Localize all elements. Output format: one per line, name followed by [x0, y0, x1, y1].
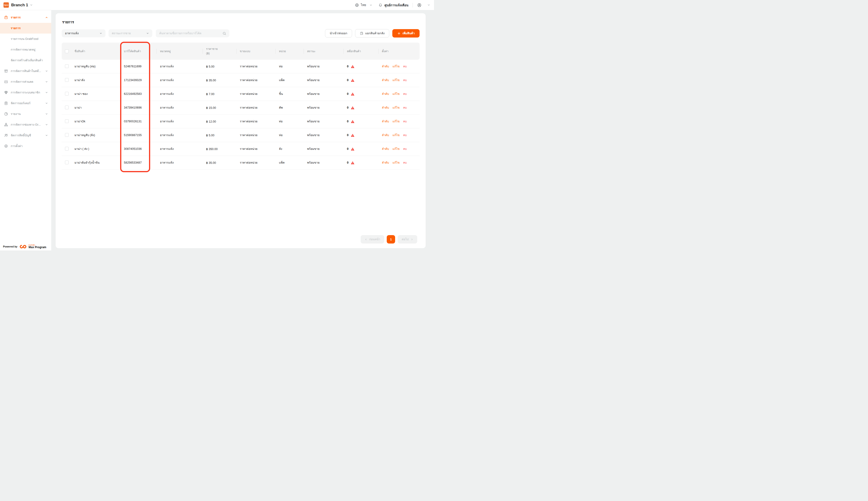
delete-link[interactable]: ลบ	[403, 78, 407, 83]
product-status: พร้อมขาย	[304, 92, 343, 96]
edit-link[interactable]: แก้ไข	[393, 92, 399, 96]
row-checkbox[interactable]	[65, 147, 69, 150]
product-barcode: 34739410696	[120, 106, 156, 109]
pie-chart-icon	[4, 112, 8, 116]
import-export-button[interactable]: นำเข้า/ส่งออก	[325, 29, 352, 38]
header-settings: ตั้งค่า	[378, 43, 420, 60]
sidebar-item-stock-management[interactable]: การจัดการสินค้าในสต๊...	[0, 66, 51, 76]
product-unit: ห่อ	[275, 133, 304, 138]
chevron-down-icon	[99, 32, 102, 35]
product-price: ฿ 5.00	[202, 134, 236, 137]
stock-count: 0	[347, 120, 349, 123]
sidebar-subitem-items[interactable]: รายการ	[0, 23, 51, 34]
row-checkbox[interactable]	[65, 64, 69, 68]
sidebar-subitem-grabfood-items[interactable]: รายการบน GrabFood	[0, 34, 51, 44]
stock-warning-icon	[351, 147, 355, 151]
avatar-icon	[417, 3, 422, 8]
next-page-label: ต่อไป	[402, 237, 409, 242]
sidebar-item-grab-channel-management[interactable]: การจัดการช่องทาง Gr...	[0, 119, 51, 130]
product-price: ฿ 12.00	[202, 120, 236, 123]
edit-link[interactable]: แก้ไข	[393, 78, 399, 83]
sidebar-item-membership-management[interactable]: การจัดการระบบสมาชิก	[0, 87, 51, 98]
inventory-icon	[4, 69, 8, 73]
delete-link[interactable]: ลบ	[403, 105, 407, 110]
category-filter-select[interactable]: อาหารแห้ง	[62, 29, 106, 37]
product-unit: คัพ	[275, 105, 304, 110]
order-link[interactable]: ลำดับ	[382, 133, 389, 138]
sidebar-item-label: การจัดการช่องทาง Gr...	[11, 122, 43, 127]
bell-icon	[378, 3, 383, 7]
delete-link[interactable]: ลบ	[403, 92, 407, 96]
row-checkbox[interactable]	[65, 92, 69, 96]
order-link[interactable]: ลำดับ	[382, 160, 389, 165]
stock-count: 0	[347, 92, 349, 96]
sidebar-item-reports[interactable]: รายงาน	[0, 109, 51, 119]
sidebar-item-discount-management[interactable]: การจัดการส่วนลด	[0, 76, 51, 87]
sidebar-item-products[interactable]: รายการ	[0, 12, 51, 23]
sidebar-item-account-permissions[interactable]: จัดการสิทธิ์บัญชี	[0, 130, 51, 141]
sidebar-item-label: รายการ	[11, 15, 43, 20]
sidebar-item-settings[interactable]: การตั้งค่า	[0, 141, 51, 151]
notification-center[interactable]: ศูนย์การแจ้งเตือน	[378, 2, 408, 8]
stock-warning-icon	[351, 106, 355, 110]
product-price: ฿ 35.00	[202, 78, 236, 82]
order-link[interactable]: ลำดับ	[382, 105, 389, 110]
current-page-button[interactable]: 1	[387, 235, 395, 244]
product-unit: ท่อ	[275, 119, 304, 124]
product-price: ฿ 350.00	[202, 147, 236, 151]
order-link[interactable]: ลำดับ	[382, 78, 389, 83]
sidebar-item-label: การจัดการระบบสมาชิก	[11, 90, 43, 95]
prev-page-button[interactable]: ก่อนหน้า	[361, 235, 384, 244]
product-name: มาม่า ( ส่ง )	[71, 147, 120, 151]
product-name: มาม่าหมูสับ (ห่อ)	[71, 64, 120, 69]
product-barcode: 62216492583	[120, 92, 156, 96]
account-menu[interactable]	[417, 3, 430, 8]
row-checkbox[interactable]	[65, 119, 69, 123]
stock-warning-icon	[351, 92, 355, 96]
split-stock-button[interactable]: แยกสินค้ายกลัง	[355, 29, 389, 38]
order-link[interactable]: ลำดับ	[382, 92, 389, 96]
edit-link[interactable]: แก้ไข	[393, 160, 399, 165]
edit-link[interactable]: แก้ไข	[393, 133, 399, 138]
sidebar-item-order-management[interactable]: จัดการออร์เดอร์	[0, 98, 51, 109]
product-name: มาม่า	[71, 105, 120, 110]
order-link[interactable]: ลำดับ	[382, 119, 389, 124]
language-label: ไทย	[361, 2, 366, 8]
delete-link[interactable]: ลบ	[403, 133, 407, 138]
topbar: Gpos Branch 1 ไทย ศูนย์การแจ้งเตือน	[0, 0, 434, 10]
search-box	[156, 29, 229, 37]
delete-link[interactable]: ลบ	[403, 160, 407, 165]
sidebar-subitem-product-options[interactable]: จัดการสร้างตัวเลือกสินค้า	[0, 55, 51, 66]
row-checkbox[interactable]	[65, 106, 69, 109]
add-product-button[interactable]: เพิ่มสินค้า	[392, 29, 420, 38]
select-all-checkbox[interactable]	[65, 50, 69, 53]
sidebar-subitem-category-management[interactable]: การจัดการหมวดหมู่	[0, 44, 51, 55]
plus-icon	[397, 32, 401, 35]
sale-status-filter-select[interactable]: สถานะการขาย	[109, 29, 152, 37]
row-checkbox[interactable]	[65, 161, 69, 164]
edit-link[interactable]: แก้ไข	[393, 147, 399, 151]
header-sell-type: ขายแบบ	[236, 43, 275, 60]
next-page-button[interactable]: ต่อไป	[398, 235, 417, 244]
prev-page-label: ก่อนหน้า	[369, 237, 380, 242]
row-checkbox[interactable]	[65, 133, 69, 137]
chevron-right-icon	[411, 238, 413, 241]
branch-selector[interactable]: Branch 1	[11, 3, 28, 8]
row-checkbox[interactable]	[65, 78, 69, 82]
table-row: มาม่า 34739410696 อาหารแห้ง ฿ 15.00 ราคา…	[62, 101, 420, 115]
delete-link[interactable]: ลบ	[403, 119, 407, 124]
language-switcher[interactable]: ไทย	[355, 2, 373, 8]
search-icon	[222, 31, 226, 35]
stock-count: 0	[347, 78, 349, 82]
sidebar-item-label: จัดการออร์เดอร์	[11, 101, 43, 106]
order-link[interactable]: ลำดับ	[382, 64, 389, 69]
delete-link[interactable]: ลบ	[403, 147, 407, 151]
edit-link[interactable]: แก้ไข	[393, 119, 399, 124]
search-input[interactable]	[159, 31, 222, 35]
product-status: พร้อมขาย	[304, 147, 343, 151]
edit-link[interactable]: แก้ไข	[393, 105, 399, 110]
delete-link[interactable]: ลบ	[403, 64, 407, 69]
product-name: มาม่าOk	[71, 119, 120, 124]
edit-link[interactable]: แก้ไข	[393, 64, 399, 69]
order-link[interactable]: ลำดับ	[382, 147, 389, 151]
